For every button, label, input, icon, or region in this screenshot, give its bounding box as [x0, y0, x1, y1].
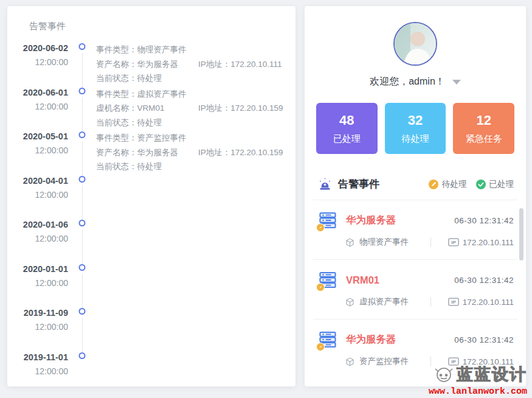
- timeline-time: 12:00:00: [7, 102, 68, 111]
- pending-badge-icon: [316, 223, 325, 232]
- watermark-logo-icon: [434, 364, 454, 385]
- event-asset-name[interactable]: 华为服务器: [346, 214, 396, 227]
- timeline-node-icon: [79, 308, 86, 315]
- event-type-text: 事件类型：资产监控事件: [96, 131, 295, 145]
- status-text: 当前状态：待处理: [96, 159, 295, 174]
- timeline-connector: [82, 141, 83, 176]
- timeline-datecol: 2020-04-01 12:00:00: [7, 175, 68, 219]
- alarm-event-row[interactable]: VRM01 06-30 12:31:42 虚拟资产事件 IP: [313, 259, 517, 319]
- timeline-date: 2020-04-01: [7, 176, 68, 186]
- watermark-url: www.lanlanwork.com: [429, 386, 527, 397]
- ip-text: IP地址：172.20.10.159: [198, 101, 283, 116]
- legend-label: 待处理: [442, 179, 467, 190]
- timeline-entry: 2020-01-01 12:00:00: [7, 263, 295, 307]
- timeline-entry: 2019-11-01 12:00:00: [7, 351, 295, 396]
- timeline-datecol: 2019-11-01 12:00:00: [7, 351, 68, 396]
- timeline-datecol: 2020-05-01 12:00:00: [7, 130, 68, 175]
- timeline-connector: [82, 186, 83, 221]
- event-type: 资产监控事件: [359, 356, 409, 367]
- timeline-connector: [82, 274, 83, 309]
- pending-badge-icon: [316, 343, 325, 351]
- timeline-time: 12:00:00: [7, 190, 68, 200]
- timeline-datecol: 2019-11-09 12:00:00: [7, 307, 68, 351]
- server-icon: [318, 211, 337, 230]
- timeline-detail: [96, 307, 295, 351]
- legend-label: 已处理: [489, 179, 514, 190]
- pencil-circle-icon: [429, 180, 438, 189]
- event-datetime: 06-30 12:31:42: [454, 216, 514, 225]
- legend-done: 已处理: [476, 179, 514, 190]
- status-legend: 待处理 已处理: [429, 179, 514, 190]
- timeline-datecol: 2020-06-02 12:00:00: [7, 42, 68, 86]
- alarm-timeline: 2020-06-02 12:00:00 事件类型：物理资产事件 资产名称：华为服…: [7, 42, 295, 395]
- alarm-event-row[interactable]: 华为服务器 06-30 12:31:42 物理资产事件 IP: [313, 200, 517, 259]
- timeline-detail: 事件类型：资产监控事件 资产名称：华为服务器IP地址：172.20.10.159…: [96, 130, 295, 175]
- timeline-time: 12:00:00: [7, 322, 68, 332]
- event-datetime: 06-30 12:31:42: [454, 276, 514, 285]
- status-text: 当前状态：待处理: [96, 116, 295, 130]
- timeline-connector: [82, 53, 83, 88]
- asset-name-text: 虚机名称：VRM01: [96, 101, 198, 116]
- timeline-node-icon: [79, 220, 86, 226]
- timeline-date: 2020-01-06: [7, 220, 68, 229]
- user-avatar[interactable]: [393, 22, 437, 66]
- timeline-datecol: 2020-06-01 12:00:00: [7, 86, 68, 131]
- server-icon: [318, 330, 337, 349]
- timeline-detail: [96, 351, 295, 396]
- timeline-entry: 2020-01-06 12:00:00: [7, 218, 295, 263]
- ip-text: IP地址：172.20.10.159: [198, 145, 283, 160]
- timeline-date: 2020-06-01: [7, 88, 68, 97]
- svg-text:IP: IP: [451, 240, 456, 245]
- timeline-detail: [96, 263, 295, 307]
- timeline-detail: 事件类型：虚拟资产事件 虚机名称：VRM01IP地址：172.20.10.159…: [96, 86, 295, 131]
- timeline-time: 12:00:00: [7, 234, 68, 243]
- event-ip: 172.20.10.111: [463, 238, 514, 247]
- ip-icon: IP: [448, 298, 459, 306]
- timeline-node-icon: [79, 264, 86, 271]
- timeline-entry: 2019-11-09 12:00:00: [7, 307, 295, 351]
- ip-icon: IP: [448, 238, 459, 246]
- panel-title: 告警事件: [7, 6, 295, 32]
- event-type-text: 事件类型：虚拟资产事件: [96, 87, 295, 102]
- category-hexagon-icon: [345, 237, 355, 248]
- user-menu[interactable]: 欢迎您，admin！: [305, 75, 526, 88]
- timeline-detail: [96, 218, 295, 263]
- timeline-node-icon: [79, 352, 86, 359]
- event-ip: 172.20.10.111: [463, 298, 514, 307]
- timeline-detail: 事件类型：物理资产事件 资产名称：华为服务器IP地址：172.20.10.111…: [96, 42, 295, 86]
- timeline-time: 12:00:00: [7, 366, 68, 376]
- stat-card-processed[interactable]: 48 已处理: [316, 103, 378, 154]
- timeline-entry: 2020-06-02 12:00:00 事件类型：物理资产事件 资产名称：华为服…: [7, 42, 295, 86]
- stat-label: 已处理: [333, 133, 361, 145]
- timeline-node-icon: [79, 131, 86, 138]
- event-asset-name[interactable]: VRM01: [346, 274, 379, 286]
- timeline-date: 2019-11-01: [7, 352, 68, 362]
- timeline-connector: [82, 318, 83, 353]
- timeline-date: 2020-01-01: [7, 264, 68, 274]
- alarm-section-header: 告警事件 待处理 已处理: [318, 177, 514, 191]
- watermark-brand: 蓝蓝设计: [457, 363, 527, 385]
- siren-icon: [318, 177, 332, 191]
- section-title: 告警事件: [338, 177, 379, 191]
- stat-value: 12: [476, 113, 491, 128]
- asset-name-text: 资产名称：华为服务器: [96, 57, 198, 72]
- alarm-timeline-panel: 告警事件 2020-06-02 12:00:00 事件类型：物理资产事件 资产名…: [7, 6, 295, 386]
- timeline-connector: [82, 229, 83, 265]
- scrollbar-thumb[interactable]: [519, 208, 523, 260]
- watermark: 蓝蓝设计 www.lanlanwork.com: [429, 363, 527, 397]
- timeline-date: 2019-11-09: [7, 308, 68, 318]
- event-asset-name[interactable]: 华为服务器: [346, 333, 396, 346]
- category-hexagon-icon: [345, 297, 355, 307]
- timeline-datecol: 2020-01-06 12:00:00: [7, 218, 68, 263]
- chevron-down-icon[interactable]: [452, 80, 461, 85]
- timeline-detail: [96, 175, 295, 219]
- stats-row: 48 已处理 32 待处理 12 紧急任务: [316, 103, 514, 154]
- timeline-entry: 2020-05-01 12:00:00 事件类型：资产监控事件 资产名称：华为服…: [7, 130, 295, 175]
- timeline-time: 12:00:00: [7, 57, 68, 67]
- svg-text:IP: IP: [451, 299, 456, 305]
- timeline-date: 2020-06-02: [7, 43, 68, 53]
- stat-card-pending[interactable]: 32 待处理: [385, 103, 446, 154]
- stat-label: 待处理: [402, 133, 429, 145]
- timeline-node-icon: [79, 176, 86, 183]
- stat-card-urgent[interactable]: 12 紧急任务: [453, 103, 514, 154]
